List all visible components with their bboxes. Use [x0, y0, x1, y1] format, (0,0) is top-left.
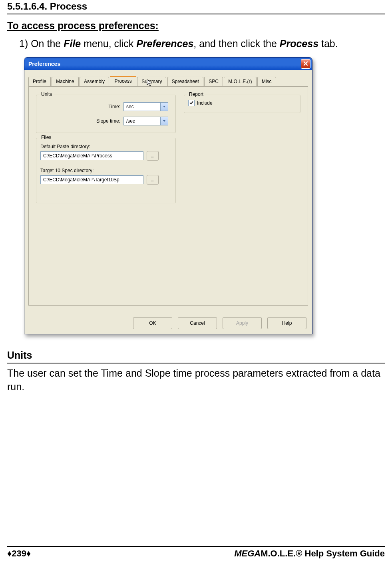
paste-dir-input[interactable]: C:\ECD\MegaMoleMAP\Process: [40, 151, 143, 160]
files-groupbox: Files Default Paste directory: C:\ECD\Me…: [36, 138, 176, 203]
include-checkbox[interactable]: [188, 100, 195, 106]
section-number-heading: 5.5.1.6.4. Process: [7, 0, 385, 14]
tab-content: Units Time: sec Slope time: /sec: [28, 87, 308, 306]
report-legend: Report: [187, 91, 205, 97]
time-value: sec: [126, 104, 134, 109]
tab-process[interactable]: Process: [110, 76, 136, 86]
tabstrip: Profile Machine Assembly Process Summary…: [28, 76, 308, 87]
instruction-bold-file: File: [64, 38, 81, 49]
instruction-text: , and then click the: [193, 38, 279, 49]
titlebar[interactable]: Preferences: [24, 58, 312, 70]
tab-misc[interactable]: Misc: [257, 77, 276, 86]
instruction-bold-preferences: Preferences: [136, 38, 193, 49]
spec-dir-label: Target 10 Spec directory:: [40, 168, 94, 173]
spec-browse-button[interactable]: ...: [147, 175, 159, 185]
instruction-bold-process: Process: [280, 38, 318, 49]
footer-rule: [7, 546, 385, 547]
cancel-button[interactable]: Cancel: [178, 317, 217, 329]
paste-browse-button[interactable]: ...: [147, 151, 159, 161]
instruction-text: menu, click: [81, 38, 136, 49]
paste-dir-label: Default Paste directory:: [40, 144, 90, 149]
tab-machine[interactable]: Machine: [52, 77, 78, 86]
time-label: Time:: [36, 104, 123, 109]
apply-button[interactable]: Apply: [223, 317, 262, 329]
tab-spreadsheet[interactable]: Spreadsheet: [167, 77, 203, 86]
page-number: ♦239♦: [7, 548, 31, 559]
tab-assembly[interactable]: Assembly: [80, 77, 109, 86]
footer-rest: M.O.L.E.® Help System Guide: [261, 548, 385, 558]
footer-mega: MEGA: [234, 548, 261, 558]
tab-spc[interactable]: SPC: [204, 77, 223, 86]
close-icon: [303, 61, 308, 67]
window-title: Preferences: [28, 61, 60, 67]
help-button[interactable]: Help: [267, 317, 306, 329]
instruction-text: 1) On the: [19, 38, 64, 49]
checkmark-icon: [189, 100, 193, 106]
units-groupbox: Units Time: sec Slope time: /sec: [36, 95, 176, 133]
access-subheading: To access process preferences:: [7, 20, 385, 32]
units-section-paragraph: The user can set the Time and Slope time…: [7, 367, 385, 394]
preferences-dialog: Preferences Profile Machine Assembly Pro…: [24, 57, 312, 334]
units-section-heading: Units: [7, 350, 385, 363]
units-legend: Units: [40, 91, 54, 97]
slope-label: Slope time:: [36, 118, 123, 124]
instruction-line: 1) On the File menu, click Preferences, …: [19, 37, 385, 51]
files-legend: Files: [40, 135, 53, 140]
report-groupbox: Report Include: [184, 95, 300, 113]
include-label: Include: [197, 100, 213, 106]
footer-guide: MEGAM.O.L.E.® Help System Guide: [234, 548, 385, 559]
tab-mole[interactable]: M.O.L.E.(r): [224, 77, 256, 86]
chevron-down-icon[interactable]: [160, 103, 168, 111]
close-button[interactable]: [301, 59, 310, 69]
tab-profile[interactable]: Profile: [28, 77, 51, 86]
slope-combo[interactable]: /sec: [123, 117, 168, 125]
time-combo[interactable]: sec: [123, 102, 168, 111]
chevron-down-icon[interactable]: [160, 117, 168, 125]
instruction-text: tab.: [318, 38, 338, 49]
slope-value: /sec: [126, 118, 135, 124]
spec-dir-input[interactable]: C:\ECD\MegaMoleMAP\Target10Sp: [40, 175, 143, 184]
ok-button[interactable]: OK: [133, 317, 172, 329]
